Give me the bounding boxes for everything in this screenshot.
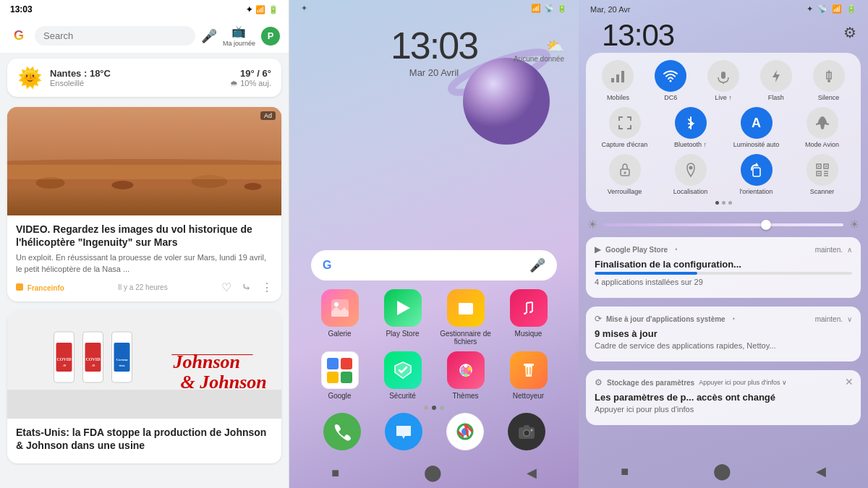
home-nav-bar: ■ ⬤ ◀ [289, 458, 579, 488]
feed-search-input[interactable] [35, 26, 195, 46]
app-icon-themes [447, 351, 485, 389]
home-home-button[interactable]: ⬤ [424, 463, 442, 482]
notif-card-playstore[interactable]: ▶ Google Play Store • mainten. ∧ Finalis… [586, 237, 861, 298]
qs-localisation-btn[interactable] [675, 154, 707, 186]
mic-icon[interactable]: 🎤 [201, 28, 217, 44]
svg-point-6 [244, 183, 262, 190]
dock-phone[interactable] [323, 413, 361, 450]
svg-rect-73 [753, 168, 760, 176]
app-google[interactable]: Google [311, 351, 368, 400]
home-back-button[interactable]: ◀ [527, 465, 537, 481]
qs-dot-3 [728, 201, 732, 205]
home-recent-button[interactable]: ■ [331, 466, 339, 481]
qs-flash[interactable]: Flash [753, 60, 799, 101]
more-button-mars[interactable]: ⋮ [261, 281, 273, 294]
notif-home-button[interactable]: ⬤ [713, 462, 731, 481]
dock-messages[interactable] [385, 413, 422, 450]
svg-point-38 [467, 372, 471, 375]
notif-sysupdate-body: Cadre de service des applications rapide… [595, 341, 852, 350]
notif-date-status: Mar, 20 Avr [590, 5, 630, 14]
feed-status-bar: 13:03 ✦ 📶 🔋 [0, 0, 289, 19]
svg-rect-19 [114, 343, 130, 372]
qs-wifi[interactable]: DC6 [647, 60, 694, 101]
qs-avion[interactable]: Mode Avion [799, 107, 846, 148]
app-files[interactable]: Gestionnaire de fichiers [437, 289, 494, 346]
qs-silence-btn[interactable] [813, 60, 845, 92]
app-nettoyeur[interactable]: Nettoyeur [500, 351, 557, 400]
qs-orientation[interactable]: l'orientation [733, 154, 780, 195]
notif-playstore-expand[interactable]: ∧ [847, 246, 852, 254]
qs-scanner[interactable]: Scanner [799, 154, 846, 195]
dot-1 [424, 406, 428, 410]
brightness-control[interactable]: ☀ ☀ [579, 212, 868, 233]
app-label-galerie: Galerie [328, 330, 351, 338]
app-musique[interactable]: Musique [500, 289, 557, 346]
svg-text:& Johnson: & Johnson [181, 372, 267, 393]
qs-localisation[interactable]: Localisation [668, 154, 714, 195]
app-icon-playstore [384, 289, 422, 327]
svg-point-36 [464, 364, 467, 368]
qs-capture-btn[interactable] [609, 107, 641, 139]
qs-wifi-btn[interactable] [655, 60, 686, 92]
qs-flash-btn[interactable] [760, 60, 792, 92]
weather-city: Nantes : 18°C [50, 68, 223, 79]
news-body-jj: Etats-Unis: la FDA stoppe la production … [7, 419, 281, 463]
qs-capture[interactable]: Capture d'écran [602, 107, 648, 148]
qs-live[interactable]: Live ↑ [700, 60, 746, 101]
notif-card-storage[interactable]: ✕ ⚙ Stockage des paramètres Appuyer ici … [586, 370, 861, 425]
qs-silence[interactable]: Silence [806, 60, 852, 101]
qs-live-label: Live ↑ [715, 94, 732, 101]
home-search-bar[interactable]: G 🎤 [311, 250, 557, 281]
notif-storage-title: Les paramètres de p... accès ont changé [595, 392, 852, 403]
notif-settings-button[interactable]: ⚙ [843, 24, 856, 41]
home-date: Mar 20 Avril [409, 67, 459, 78]
weather-card[interactable]: 🌞 Nantes : 18°C Ensoleillé 19° / 6° 🌧 10… [7, 59, 281, 97]
share-button-mars[interactable]: ⤷ [242, 281, 251, 294]
svg-rect-62 [618, 116, 620, 121]
qs-mobiles[interactable]: Mobiles [595, 60, 641, 101]
qs-avion-btn[interactable] [807, 107, 838, 139]
avatar[interactable]: P [261, 27, 280, 46]
qs-bluetooth[interactable]: Bluetooth ↑ [668, 107, 714, 148]
home-weather-widget: ⛅ Aucune donnée [514, 38, 564, 63]
qs-bluetooth-btn[interactable] [675, 107, 707, 139]
brightness-slider[interactable] [603, 223, 843, 226]
notif-sysupdate-title: 9 mises à jour [595, 328, 852, 339]
news-card-mars[interactable]: Ad [7, 107, 281, 301]
app-label-files: Gestionnaire de fichiers [437, 330, 494, 346]
qs-dot-2 [722, 201, 726, 205]
qs-row-1: Mobiles DC6 [592, 60, 855, 101]
notif-playstore-body: 4 applications installées sur 29 [595, 278, 852, 286]
notif-card-sysupdate[interactable]: ⟳ Mise à jour d'applications système • m… [586, 307, 861, 361]
home-battery-icon: 🔋 [557, 4, 567, 13]
svg-text:COVID: COVID [85, 357, 101, 361]
journey-button[interactable]: 📺 Ma journée [223, 25, 255, 47]
notif-storage-more[interactable]: Appuyer ici pour plus d'infos ∨ [699, 379, 787, 386]
wifi-status-icon: 📶 [255, 5, 265, 14]
notif-recent-button[interactable]: ■ [621, 464, 629, 479]
app-playstore[interactable]: Play Store [374, 289, 431, 346]
like-button-mars[interactable]: ♡ [221, 281, 231, 294]
dock-chrome[interactable] [446, 413, 484, 450]
qs-orientation-btn[interactable] [741, 154, 773, 186]
qs-scanner-btn[interactable] [807, 154, 838, 186]
qs-mobiles-btn[interactable] [602, 60, 634, 92]
home-mic-icon[interactable]: 🎤 [529, 257, 545, 273]
notif-back-button[interactable]: ◀ [816, 463, 826, 479]
app-themes[interactable]: Thèmes [437, 351, 494, 400]
qs-luminosite-btn[interactable]: A [741, 107, 773, 139]
news-card-jj[interactable]: COVID -19 COVID -19 Corona virus Johnson [7, 310, 281, 463]
notif-header-sysupdate: ⟳ Mise à jour d'applications système • m… [595, 314, 852, 324]
app-securite[interactable]: Sécurité [374, 351, 431, 400]
qs-verrouillage[interactable]: Verrouillage [602, 154, 648, 195]
app-galerie[interactable]: Galerie [311, 289, 368, 346]
dock-camera[interactable] [508, 413, 545, 450]
qs-live-btn[interactable] [707, 60, 739, 92]
qs-page-dots [592, 201, 855, 205]
qs-verrouillage-btn[interactable] [609, 154, 641, 186]
qs-luminosite[interactable]: A Luminosité auto [733, 107, 780, 148]
notif-sysupdate-expand[interactable]: ∨ [847, 315, 852, 323]
app-label-playstore: Play Store [386, 330, 419, 338]
quick-settings-panel: Mobiles DC6 [586, 53, 861, 212]
notif-close-button[interactable]: ✕ [845, 376, 854, 388]
